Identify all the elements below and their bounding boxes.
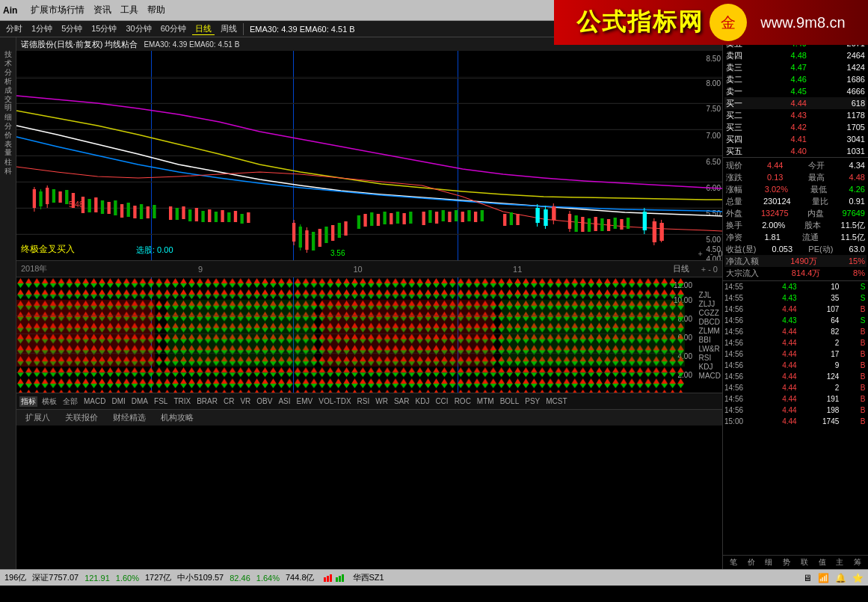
right-nav-price[interactable]: 价 <box>748 557 755 568</box>
sell-4-label: 卖四 <box>726 50 748 61</box>
right-nav-value[interactable]: 值 <box>819 557 826 568</box>
ind-tab-mtm[interactable]: MTM <box>475 397 496 405</box>
sell-2-vol: 1686 <box>835 75 865 84</box>
sidebar-item-analysis[interactable]: 分 <box>1 58 16 66</box>
ind-tab-sar[interactable]: SAR <box>393 397 411 405</box>
tab-finance[interactable]: 财经精选 <box>108 411 150 425</box>
sell-1-vol: 4666 <box>835 87 865 96</box>
trade-row-9: 14:56 4.44 2 B <box>723 382 868 393</box>
tab-institution[interactable]: 机构攻略 <box>156 411 198 425</box>
sidebar-item-volume2[interactable]: 交 <box>1 85 16 93</box>
tf-5m[interactable]: 5分钟 <box>58 23 85 34</box>
sidebar-item-price-table2[interactable]: 价 <box>1 121 16 129</box>
tf-30m[interactable]: 30分钟 <box>123 23 155 34</box>
menu-info[interactable]: 资讯 <box>93 4 111 16</box>
buy-2-row: 买二 4.43 1178 <box>724 109 867 121</box>
right-nav-detail[interactable]: 细 <box>765 557 772 568</box>
sell-3-row: 卖三 4.47 1424 <box>724 61 867 73</box>
ind-tab-asi[interactable]: ASI <box>277 397 292 405</box>
ind-tab-emv[interactable]: EMV <box>295 397 315 405</box>
tf-daily[interactable]: 日线 <box>192 23 215 35</box>
ind-tab-psy[interactable]: PSY <box>523 397 541 405</box>
tf-weekly[interactable]: 周线 <box>218 23 240 34</box>
ind-tab-obv[interactable]: OBV <box>255 397 274 405</box>
svg-rect-35 <box>208 209 211 222</box>
ind-tab-cr[interactable]: CR <box>222 397 236 405</box>
svg-rect-15 <box>65 190 68 204</box>
taskbar-icon-1[interactable]: 🖥 <box>803 573 812 583</box>
chart-plus-minus[interactable]: + - 0 <box>701 265 718 274</box>
sidebar-item-volume-col2[interactable]: 柱 <box>1 148 16 156</box>
tf-fen[interactable]: 分时 <box>3 23 25 34</box>
ind-tab-brar[interactable]: BRAR <box>195 397 219 405</box>
tab-related[interactable]: 关联报价 <box>61 411 102 425</box>
ind-label-lwr: LW&R <box>699 345 721 353</box>
ind-tab-rsi[interactable]: RSI <box>356 397 372 405</box>
tf-1m[interactable]: 1分钟 <box>28 23 55 34</box>
sell-1-price: 4.45 <box>777 87 807 96</box>
svg-rect-64 <box>428 210 431 223</box>
sidebar-item-detail[interactable]: 明 <box>1 94 16 102</box>
sidebar-item-volume-col[interactable]: 量 <box>1 139 16 147</box>
ind-tab-voltdx[interactable]: VOL-TDX <box>317 397 352 405</box>
brand-area: 公式指标网 金 www.9m8.cn <box>554 0 868 45</box>
ind-tab-trix[interactable]: TRIX <box>172 397 192 405</box>
candlestick-chart[interactable]: 8.50 8.00 7.50 7.00 6.50 6.00 5.50 5.00 … <box>16 51 722 260</box>
trade-row-7: 14:56 4.44 9 B <box>723 360 868 371</box>
sidebar-item-volume[interactable]: 成 <box>1 76 16 84</box>
ind-tab-roc[interactable]: ROC <box>453 397 473 405</box>
ind-tab-template[interactable]: 横板 <box>40 396 58 407</box>
svg-rect-49 <box>318 229 321 247</box>
sidebar-item-detail2[interactable]: 细 <box>1 103 16 111</box>
taskbar-icon-3[interactable]: 🔔 <box>835 573 846 583</box>
right-nav-trend[interactable]: 势 <box>783 557 790 568</box>
right-nav-pen[interactable]: 笔 <box>730 557 737 568</box>
ind-tab-fsl[interactable]: FSL <box>153 397 169 405</box>
ind-tab-mcst[interactable]: MCST <box>544 397 568 405</box>
menu-market[interactable]: 扩展市场行情 <box>31 4 84 16</box>
taskbar-icon-4[interactable]: ⭐ <box>852 573 864 583</box>
right-nav-link[interactable]: 联 <box>801 557 808 568</box>
info-net-flow: 净流入额 1490万 15% <box>724 255 867 267</box>
svg-rect-32 <box>188 209 191 221</box>
sell-2-label: 卖二 <box>726 74 748 85</box>
svg-rect-24 <box>127 203 130 217</box>
info-total-vol: 总量 230124 量比 0.91 <box>724 195 867 207</box>
ind-tab-dmi[interactable]: DMI <box>110 397 126 405</box>
taskbar-icon-2[interactable]: 📶 <box>818 573 829 583</box>
sidebar-item-tech[interactable]: 技 <box>1 40 16 48</box>
sidebar-item-analysis2[interactable]: 析 <box>1 67 16 75</box>
svg-rect-22 <box>114 200 117 215</box>
ind-label-zljj: ZLJJ <box>699 300 721 308</box>
buy-5-vol: 1031 <box>835 147 865 156</box>
trade-row-0: 14:55 4.43 10 S <box>723 281 868 292</box>
ind-tab-all[interactable]: 全部 <box>61 396 79 407</box>
right-nav-roll[interactable]: 筹 <box>854 557 861 568</box>
ind-tab-boll[interactable]: BOLL <box>499 397 521 405</box>
sidebar-item-stats[interactable]: 科 <box>1 157 16 165</box>
ind-tab-dma[interactable]: DMA <box>130 397 150 405</box>
svg-rect-29 <box>169 206 172 220</box>
menu-help[interactable]: 帮助 <box>147 4 165 16</box>
sidebar-item-price-table[interactable]: 分 <box>1 112 16 120</box>
ind-tab-kdj[interactable]: KDJ <box>413 397 431 405</box>
sell-1-row: 卖一 4.45 4666 <box>724 85 867 97</box>
menu-tools[interactable]: 工具 <box>120 4 138 16</box>
indicator-chart[interactable]: 12.00 10.00 8.00 6.00 4.00 2.00 ZJL ZLJJ… <box>16 277 722 393</box>
ind-tab-wr[interactable]: WR <box>374 397 390 405</box>
ind-tab-vr[interactable]: VR <box>238 397 252 405</box>
tf-15m[interactable]: 15分钟 <box>88 23 120 34</box>
sidebar-item-tech2[interactable]: 术 <box>1 49 16 57</box>
sell-3-vol: 1424 <box>835 63 865 72</box>
right-nav-main[interactable]: 主 <box>836 557 843 568</box>
ind-tab-cci[interactable]: CCI <box>434 397 449 405</box>
svg-text:0: 0 <box>718 250 722 258</box>
svg-rect-30 <box>176 208 179 220</box>
sidebar-item-price-table3[interactable]: 表 <box>1 130 16 138</box>
tab-expand[interactable]: 扩展八 <box>21 411 55 425</box>
buy-4-row: 买四 4.41 3041 <box>724 133 867 145</box>
svg-rect-71 <box>474 212 477 222</box>
ind-tab-macd[interactable]: MACD <box>82 397 107 405</box>
tf-60m[interactable]: 60分钟 <box>158 23 189 34</box>
ind-tab-indicators[interactable]: 指标 <box>19 396 37 407</box>
